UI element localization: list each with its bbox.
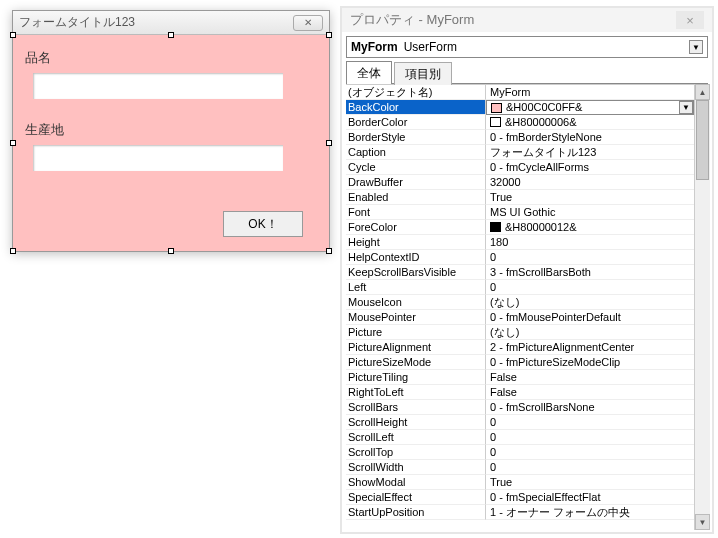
property-value[interactable]: &H80000006& — [486, 115, 694, 130]
property-grid[interactable]: (オブジェクト名)MyFormBackColor&H00C0C0FF&▼Bord… — [346, 84, 694, 530]
form-titlebar[interactable]: フォームタイトル123 ✕ — [13, 11, 329, 35]
input-product[interactable] — [33, 73, 283, 99]
property-value[interactable]: True — [486, 475, 694, 490]
property-value[interactable]: True — [486, 190, 694, 205]
vertical-scrollbar[interactable]: ▲ ▼ — [694, 84, 710, 530]
property-value[interactable]: 32000 — [486, 175, 694, 190]
property-row[interactable]: PictureTilingFalse — [346, 370, 694, 385]
property-value[interactable]: 3 - fmScrollBarsBoth — [486, 265, 694, 280]
property-value[interactable]: 2 - fmPictureAlignmentCenter — [486, 340, 694, 355]
property-row[interactable]: Picture(なし) — [346, 325, 694, 340]
property-row[interactable]: MousePointer0 - fmMousePointerDefault — [346, 310, 694, 325]
color-swatch — [490, 117, 501, 127]
property-row[interactable]: ScrollTop0 — [346, 445, 694, 460]
property-value[interactable]: 0 — [486, 430, 694, 445]
properties-header[interactable]: プロパティ - MyForm × — [342, 8, 712, 32]
property-name: RightToLeft — [346, 385, 486, 400]
property-value[interactable]: 0 — [486, 445, 694, 460]
property-name: Left — [346, 280, 486, 295]
property-value[interactable]: 0 — [486, 250, 694, 265]
form-designer-window: フォームタイトル123 ✕ 品名 生産地 OK！ — [12, 10, 330, 252]
property-value[interactable]: (なし) — [486, 325, 694, 340]
property-row[interactable]: ScrollHeight0 — [346, 415, 694, 430]
property-name: StartUpPosition — [346, 505, 486, 520]
close-icon[interactable]: ✕ — [293, 15, 323, 31]
property-row[interactable]: (オブジェクト名)MyForm — [346, 85, 694, 100]
tab-all[interactable]: 全体 — [346, 61, 392, 84]
property-row[interactable]: Height180 — [346, 235, 694, 250]
property-value[interactable]: 1 - オーナー フォームの中央 — [486, 505, 694, 520]
property-row[interactable]: ShowModalTrue — [346, 475, 694, 490]
property-name: ForeColor — [346, 220, 486, 235]
property-name: PictureAlignment — [346, 340, 486, 355]
property-row[interactable]: HelpContextID0 — [346, 250, 694, 265]
object-selector[interactable]: MyForm UserForm ▼ — [346, 36, 708, 58]
property-name: HelpContextID — [346, 250, 486, 265]
object-type: UserForm — [404, 40, 457, 54]
chevron-down-icon[interactable]: ▼ — [679, 101, 693, 114]
property-row[interactable]: Cycle0 - fmCycleAllForms — [346, 160, 694, 175]
property-value[interactable]: 180 — [486, 235, 694, 250]
property-row[interactable]: ScrollBars0 - fmScrollBarsNone — [346, 400, 694, 415]
scroll-track[interactable] — [695, 100, 710, 514]
property-row[interactable]: FontMS UI Gothic — [346, 205, 694, 220]
property-value[interactable]: 0 - fmPictureSizeModeClip — [486, 355, 694, 370]
property-name: ShowModal — [346, 475, 486, 490]
color-swatch — [491, 103, 502, 113]
property-row[interactable]: RightToLeftFalse — [346, 385, 694, 400]
property-value[interactable]: 0 — [486, 280, 694, 295]
property-row[interactable]: Left0 — [346, 280, 694, 295]
tab-categorized[interactable]: 項目別 — [394, 62, 452, 85]
property-row[interactable]: ScrollWidth0 — [346, 460, 694, 475]
property-value[interactable]: (なし) — [486, 295, 694, 310]
property-name: Cycle — [346, 160, 486, 175]
property-value[interactable]: 0 - fmMousePointerDefault — [486, 310, 694, 325]
property-row[interactable]: PictureSizeMode0 - fmPictureSizeModeClip — [346, 355, 694, 370]
property-value[interactable]: 0 - fmSpecialEffectFlat — [486, 490, 694, 505]
property-row[interactable]: EnabledTrue — [346, 190, 694, 205]
property-row[interactable]: PictureAlignment2 - fmPictureAlignmentCe… — [346, 340, 694, 355]
property-tabs: 全体 項目別 — [346, 60, 708, 84]
property-row[interactable]: DrawBuffer32000 — [346, 175, 694, 190]
property-row[interactable]: MouseIcon(なし) — [346, 295, 694, 310]
property-row[interactable]: SpecialEffect0 - fmSpecialEffectFlat — [346, 490, 694, 505]
form-body-wrap: 品名 生産地 OK！ — [13, 35, 329, 251]
property-grid-wrap: (オブジェクト名)MyFormBackColor&H00C0C0FF&▼Bord… — [346, 84, 710, 530]
property-row[interactable]: BorderColor&H80000006& — [346, 115, 694, 130]
chevron-down-icon[interactable]: ▼ — [689, 40, 703, 54]
scroll-down-icon[interactable]: ▼ — [695, 514, 710, 530]
property-row[interactable]: BackColor&H00C0C0FF&▼ — [346, 100, 694, 115]
property-value[interactable]: False — [486, 385, 694, 400]
form-client-area[interactable]: 品名 生産地 OK！ — [13, 35, 329, 251]
property-row[interactable]: Captionフォームタイトル123 — [346, 145, 694, 160]
property-row[interactable]: BorderStyle0 - fmBorderStyleNone — [346, 130, 694, 145]
property-row[interactable]: ScrollLeft0 — [346, 430, 694, 445]
property-name: KeepScrollBarsVisible — [346, 265, 486, 280]
property-value[interactable]: &H80000012& — [486, 220, 694, 235]
property-value[interactable]: 0 - fmScrollBarsNone — [486, 400, 694, 415]
property-name: Caption — [346, 145, 486, 160]
ok-button[interactable]: OK！ — [223, 211, 303, 237]
property-name: ScrollHeight — [346, 415, 486, 430]
input-origin[interactable] — [33, 145, 283, 171]
property-value[interactable]: False — [486, 370, 694, 385]
property-row[interactable]: KeepScrollBarsVisible3 - fmScrollBarsBot… — [346, 265, 694, 280]
scroll-up-icon[interactable]: ▲ — [695, 84, 710, 100]
property-name: BorderStyle — [346, 130, 486, 145]
property-value[interactable]: MyForm — [486, 85, 694, 100]
label-product[interactable]: 品名 — [25, 49, 317, 67]
property-value[interactable]: MS UI Gothic — [486, 205, 694, 220]
close-icon[interactable]: × — [676, 11, 704, 29]
label-origin[interactable]: 生産地 — [25, 121, 317, 139]
property-value[interactable]: 0 - fmBorderStyleNone — [486, 130, 694, 145]
scroll-thumb[interactable] — [696, 100, 709, 180]
property-value[interactable]: 0 — [486, 415, 694, 430]
property-name: (オブジェクト名) — [346, 85, 486, 100]
property-value[interactable]: フォームタイトル123 — [486, 145, 694, 160]
property-value[interactable]: 0 - fmCycleAllForms — [486, 160, 694, 175]
property-value[interactable]: &H00C0C0FF&▼ — [486, 100, 694, 115]
property-value[interactable]: 0 — [486, 460, 694, 475]
property-row[interactable]: StartUpPosition1 - オーナー フォームの中央 — [346, 505, 694, 520]
property-row[interactable]: ForeColor&H80000012& — [346, 220, 694, 235]
property-name: Font — [346, 205, 486, 220]
